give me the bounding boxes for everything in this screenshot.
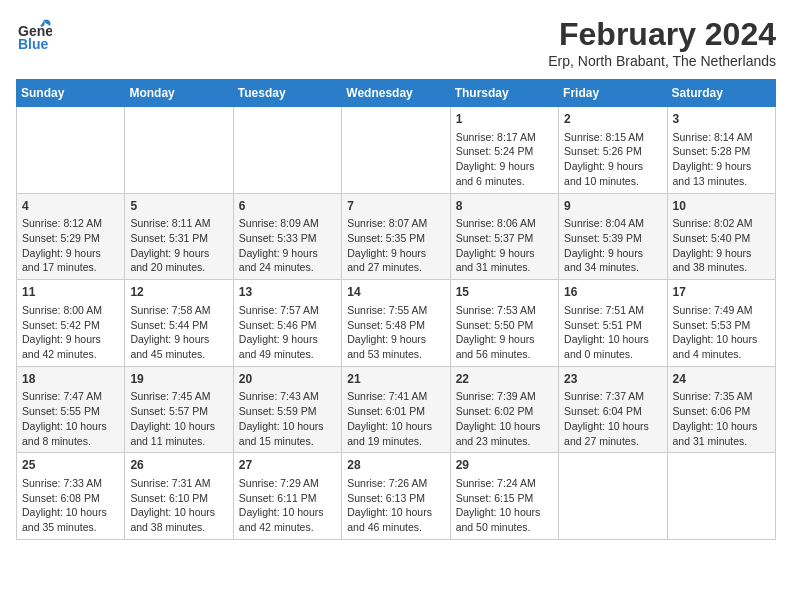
day-number: 23 xyxy=(564,371,661,388)
calendar-cell: 6Sunrise: 8:09 AM Sunset: 5:33 PM Daylig… xyxy=(233,193,341,280)
day-number: 1 xyxy=(456,111,553,128)
calendar-cell: 15Sunrise: 7:53 AM Sunset: 5:50 PM Dayli… xyxy=(450,280,558,367)
day-number: 2 xyxy=(564,111,661,128)
calendar-cell: 8Sunrise: 8:06 AM Sunset: 5:37 PM Daylig… xyxy=(450,193,558,280)
day-number: 12 xyxy=(130,284,227,301)
day-number: 3 xyxy=(673,111,770,128)
calendar-cell: 19Sunrise: 7:45 AM Sunset: 5:57 PM Dayli… xyxy=(125,366,233,453)
logo: General Blue xyxy=(16,16,52,52)
calendar-cell: 1Sunrise: 8:17 AM Sunset: 5:24 PM Daylig… xyxy=(450,107,558,194)
calendar-cell: 27Sunrise: 7:29 AM Sunset: 6:11 PM Dayli… xyxy=(233,453,341,540)
calendar-cell xyxy=(559,453,667,540)
day-number: 4 xyxy=(22,198,119,215)
calendar-cell: 10Sunrise: 8:02 AM Sunset: 5:40 PM Dayli… xyxy=(667,193,775,280)
calendar-cell: 24Sunrise: 7:35 AM Sunset: 6:06 PM Dayli… xyxy=(667,366,775,453)
day-info: Sunrise: 7:37 AM Sunset: 6:04 PM Dayligh… xyxy=(564,389,661,448)
calendar-cell: 20Sunrise: 7:43 AM Sunset: 5:59 PM Dayli… xyxy=(233,366,341,453)
day-info: Sunrise: 7:49 AM Sunset: 5:53 PM Dayligh… xyxy=(673,303,770,362)
header-day-sunday: Sunday xyxy=(17,80,125,107)
day-info: Sunrise: 8:14 AM Sunset: 5:28 PM Dayligh… xyxy=(673,130,770,189)
calendar-cell: 18Sunrise: 7:47 AM Sunset: 5:55 PM Dayli… xyxy=(17,366,125,453)
calendar-cell xyxy=(342,107,450,194)
logo-icon: General Blue xyxy=(16,16,52,52)
day-info: Sunrise: 7:24 AM Sunset: 6:15 PM Dayligh… xyxy=(456,476,553,535)
header-day-wednesday: Wednesday xyxy=(342,80,450,107)
page-header: General Blue February 2024 Erp, North Br… xyxy=(16,16,776,69)
calendar-cell: 7Sunrise: 8:07 AM Sunset: 5:35 PM Daylig… xyxy=(342,193,450,280)
calendar-cell: 12Sunrise: 7:58 AM Sunset: 5:44 PM Dayli… xyxy=(125,280,233,367)
day-number: 9 xyxy=(564,198,661,215)
calendar-subtitle: Erp, North Brabant, The Netherlands xyxy=(548,53,776,69)
calendar-cell: 14Sunrise: 7:55 AM Sunset: 5:48 PM Dayli… xyxy=(342,280,450,367)
day-info: Sunrise: 7:47 AM Sunset: 5:55 PM Dayligh… xyxy=(22,389,119,448)
day-info: Sunrise: 7:41 AM Sunset: 6:01 PM Dayligh… xyxy=(347,389,444,448)
day-info: Sunrise: 8:00 AM Sunset: 5:42 PM Dayligh… xyxy=(22,303,119,362)
header-day-friday: Friday xyxy=(559,80,667,107)
day-number: 6 xyxy=(239,198,336,215)
day-number: 15 xyxy=(456,284,553,301)
day-info: Sunrise: 8:04 AM Sunset: 5:39 PM Dayligh… xyxy=(564,216,661,275)
calendar-cell xyxy=(17,107,125,194)
calendar-cell xyxy=(233,107,341,194)
day-info: Sunrise: 8:09 AM Sunset: 5:33 PM Dayligh… xyxy=(239,216,336,275)
day-info: Sunrise: 7:53 AM Sunset: 5:50 PM Dayligh… xyxy=(456,303,553,362)
day-number: 18 xyxy=(22,371,119,388)
day-number: 11 xyxy=(22,284,119,301)
calendar-week-2: 4Sunrise: 8:12 AM Sunset: 5:29 PM Daylig… xyxy=(17,193,776,280)
day-info: Sunrise: 7:35 AM Sunset: 6:06 PM Dayligh… xyxy=(673,389,770,448)
day-info: Sunrise: 7:58 AM Sunset: 5:44 PM Dayligh… xyxy=(130,303,227,362)
day-info: Sunrise: 7:31 AM Sunset: 6:10 PM Dayligh… xyxy=(130,476,227,535)
day-number: 13 xyxy=(239,284,336,301)
calendar-cell: 25Sunrise: 7:33 AM Sunset: 6:08 PM Dayli… xyxy=(17,453,125,540)
calendar-cell: 21Sunrise: 7:41 AM Sunset: 6:01 PM Dayli… xyxy=(342,366,450,453)
calendar-cell: 4Sunrise: 8:12 AM Sunset: 5:29 PM Daylig… xyxy=(17,193,125,280)
day-number: 22 xyxy=(456,371,553,388)
header-day-saturday: Saturday xyxy=(667,80,775,107)
calendar-cell: 26Sunrise: 7:31 AM Sunset: 6:10 PM Dayli… xyxy=(125,453,233,540)
day-info: Sunrise: 7:45 AM Sunset: 5:57 PM Dayligh… xyxy=(130,389,227,448)
day-number: 27 xyxy=(239,457,336,474)
calendar-cell: 29Sunrise: 7:24 AM Sunset: 6:15 PM Dayli… xyxy=(450,453,558,540)
day-number: 8 xyxy=(456,198,553,215)
day-info: Sunrise: 7:43 AM Sunset: 5:59 PM Dayligh… xyxy=(239,389,336,448)
calendar-cell xyxy=(125,107,233,194)
calendar-cell xyxy=(667,453,775,540)
header-day-thursday: Thursday xyxy=(450,80,558,107)
day-info: Sunrise: 8:07 AM Sunset: 5:35 PM Dayligh… xyxy=(347,216,444,275)
day-number: 20 xyxy=(239,371,336,388)
calendar-week-4: 18Sunrise: 7:47 AM Sunset: 5:55 PM Dayli… xyxy=(17,366,776,453)
day-number: 29 xyxy=(456,457,553,474)
calendar-cell: 13Sunrise: 7:57 AM Sunset: 5:46 PM Dayli… xyxy=(233,280,341,367)
day-number: 14 xyxy=(347,284,444,301)
calendar-cell: 22Sunrise: 7:39 AM Sunset: 6:02 PM Dayli… xyxy=(450,366,558,453)
header-row: SundayMondayTuesdayWednesdayThursdayFrid… xyxy=(17,80,776,107)
day-info: Sunrise: 7:39 AM Sunset: 6:02 PM Dayligh… xyxy=(456,389,553,448)
day-info: Sunrise: 7:33 AM Sunset: 6:08 PM Dayligh… xyxy=(22,476,119,535)
calendar-cell: 2Sunrise: 8:15 AM Sunset: 5:26 PM Daylig… xyxy=(559,107,667,194)
calendar-table: SundayMondayTuesdayWednesdayThursdayFrid… xyxy=(16,79,776,540)
day-number: 21 xyxy=(347,371,444,388)
day-info: Sunrise: 8:02 AM Sunset: 5:40 PM Dayligh… xyxy=(673,216,770,275)
day-number: 28 xyxy=(347,457,444,474)
calendar-title: February 2024 xyxy=(548,16,776,53)
day-number: 7 xyxy=(347,198,444,215)
calendar-week-5: 25Sunrise: 7:33 AM Sunset: 6:08 PM Dayli… xyxy=(17,453,776,540)
day-info: Sunrise: 7:57 AM Sunset: 5:46 PM Dayligh… xyxy=(239,303,336,362)
header-day-tuesday: Tuesday xyxy=(233,80,341,107)
day-info: Sunrise: 8:12 AM Sunset: 5:29 PM Dayligh… xyxy=(22,216,119,275)
day-info: Sunrise: 7:55 AM Sunset: 5:48 PM Dayligh… xyxy=(347,303,444,362)
calendar-cell: 23Sunrise: 7:37 AM Sunset: 6:04 PM Dayli… xyxy=(559,366,667,453)
calendar-cell: 11Sunrise: 8:00 AM Sunset: 5:42 PM Dayli… xyxy=(17,280,125,367)
calendar-week-3: 11Sunrise: 8:00 AM Sunset: 5:42 PM Dayli… xyxy=(17,280,776,367)
day-info: Sunrise: 8:06 AM Sunset: 5:37 PM Dayligh… xyxy=(456,216,553,275)
day-info: Sunrise: 8:17 AM Sunset: 5:24 PM Dayligh… xyxy=(456,130,553,189)
day-info: Sunrise: 8:11 AM Sunset: 5:31 PM Dayligh… xyxy=(130,216,227,275)
day-number: 25 xyxy=(22,457,119,474)
day-number: 17 xyxy=(673,284,770,301)
calendar-cell: 16Sunrise: 7:51 AM Sunset: 5:51 PM Dayli… xyxy=(559,280,667,367)
svg-text:Blue: Blue xyxy=(18,36,49,52)
day-number: 16 xyxy=(564,284,661,301)
calendar-cell: 3Sunrise: 8:14 AM Sunset: 5:28 PM Daylig… xyxy=(667,107,775,194)
day-number: 10 xyxy=(673,198,770,215)
calendar-cell: 5Sunrise: 8:11 AM Sunset: 5:31 PM Daylig… xyxy=(125,193,233,280)
